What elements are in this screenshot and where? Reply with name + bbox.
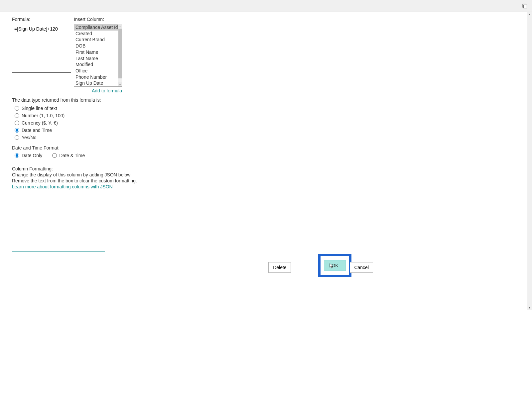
- insert-column-label: Insert Column:: [74, 17, 122, 22]
- radio-date-and-time[interactable]: Date & Time: [52, 152, 85, 159]
- svg-rect-1: [524, 5, 527, 8]
- radio-input[interactable]: [15, 128, 19, 133]
- formula-column: Formula:: [12, 17, 71, 73]
- column-listbox[interactable]: Compliance Asset Id Created Current Bran…: [74, 24, 122, 87]
- cf-description-2: Remove the text from the box to clear th…: [12, 178, 520, 184]
- page-scrollbar[interactable]: ▲ ▼: [527, 12, 532, 399]
- data-type-heading: The data type returned from this formula…: [12, 97, 520, 103]
- radio-date-time[interactable]: Date and Time: [15, 127, 520, 134]
- column-formatting-section: Column Formatting: Change the display of…: [12, 166, 520, 252]
- list-item[interactable]: Last Name: [74, 55, 122, 62]
- cancel-button[interactable]: Cancel: [350, 262, 373, 273]
- cf-description-1: Change the display of this column by add…: [12, 172, 520, 178]
- radio-label: Date & Time: [59, 153, 85, 158]
- radio-input[interactable]: [15, 113, 19, 118]
- radio-number[interactable]: Number (1, 1.0, 100): [15, 112, 520, 119]
- ok-highlight: OK: [318, 254, 351, 277]
- insert-column-section: Insert Column: Compliance Asset Id Creat…: [74, 17, 122, 93]
- list-item[interactable]: First Name: [74, 49, 122, 55]
- json-formatting-input[interactable]: [12, 192, 105, 251]
- top-bar: [0, 0, 532, 12]
- radio-input[interactable]: [15, 106, 19, 111]
- scroll-down-icon[interactable]: ▼: [118, 82, 122, 86]
- data-type-section: The data type returned from this formula…: [12, 97, 520, 141]
- delete-button[interactable]: Delete: [268, 262, 291, 273]
- list-item[interactable]: Sign Up Date: [74, 80, 122, 86]
- radio-label: Date Only: [22, 153, 42, 158]
- date-format-heading: Date and Time Format:: [12, 145, 520, 150]
- page-scroll-up-icon[interactable]: ▲: [527, 12, 532, 17]
- ok-button-label: OK: [332, 263, 338, 268]
- radio-label: Date and Time: [22, 128, 52, 133]
- page-scroll-down-icon[interactable]: ▼: [527, 305, 532, 310]
- radio-input[interactable]: [15, 135, 19, 140]
- radio-yes-no[interactable]: Yes/No: [15, 134, 520, 141]
- list-item[interactable]: Modified: [74, 61, 122, 68]
- radio-label: Currency ($, ¥, €): [22, 120, 58, 126]
- list-item[interactable]: Current Brand: [74, 37, 122, 43]
- radio-input[interactable]: [15, 153, 19, 158]
- radio-input[interactable]: [52, 153, 57, 158]
- radio-label: Single line of text: [22, 106, 57, 111]
- formula-row: Formula: Insert Column: Compliance Asset…: [12, 17, 520, 93]
- radio-single-line[interactable]: Single line of text: [15, 105, 520, 112]
- scroll-up-icon[interactable]: ▲: [118, 24, 122, 28]
- radio-label: Number (1, 1.0, 100): [22, 113, 65, 118]
- list-item[interactable]: Compliance Asset Id: [74, 24, 122, 31]
- list-item[interactable]: Office: [74, 68, 122, 74]
- form-content: Formula: Insert Column: Compliance Asset…: [0, 12, 532, 257]
- radio-date-only[interactable]: Date Only: [15, 152, 42, 159]
- listbox-scrollbar[interactable]: ▲ ▼: [118, 24, 122, 86]
- column-formatting-heading: Column Formatting:: [12, 166, 520, 172]
- learn-more-link[interactable]: Learn more about formatting columns with…: [12, 184, 113, 189]
- list-item[interactable]: DOB: [74, 43, 122, 49]
- ok-button[interactable]: OK: [324, 260, 346, 271]
- radio-label: Yes/No: [22, 135, 37, 140]
- list-item[interactable]: Created: [74, 31, 122, 37]
- maximize-icon[interactable]: [522, 3, 527, 9]
- date-format-section: Date and Time Format: Date Only Date & T…: [12, 145, 520, 159]
- add-to-formula-link[interactable]: Add to formula: [92, 88, 122, 93]
- radio-currency[interactable]: Currency ($, ¥, €): [15, 119, 520, 127]
- scrollbar-gap: [527, 310, 532, 399]
- formula-input[interactable]: [12, 24, 71, 73]
- list-item[interactable]: Phone Number: [74, 74, 122, 80]
- formula-label: Formula:: [12, 17, 71, 22]
- button-bar: Delete OK Cancel: [268, 258, 373, 277]
- scroll-thumb[interactable]: [118, 29, 122, 78]
- radio-input[interactable]: [15, 121, 19, 125]
